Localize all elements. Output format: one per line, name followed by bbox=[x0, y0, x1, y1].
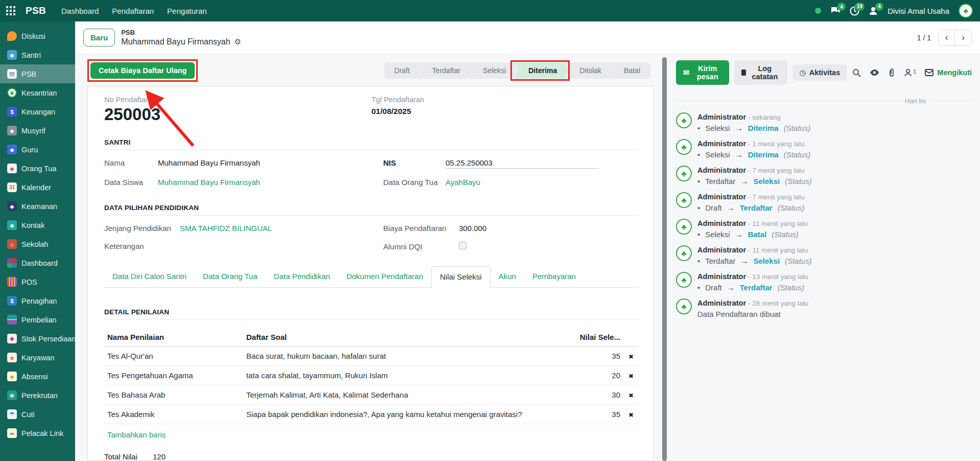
sidebar-item-pos[interactable]: POS bbox=[0, 272, 75, 291]
status-step-batal[interactable]: Batal bbox=[609, 62, 650, 79]
menu-dashboard[interactable]: Dashboard bbox=[61, 7, 99, 15]
messages-icon[interactable]: 4 bbox=[830, 6, 841, 15]
sidebar-item-absensi[interactable]: Absensi bbox=[0, 367, 75, 386]
pager-previous-button[interactable]: ‹ bbox=[939, 30, 955, 45]
attachment-paperclip-icon[interactable] bbox=[888, 68, 895, 77]
sidebar-item-cuti[interactable]: Cuti bbox=[0, 405, 75, 424]
tab-data-diri-calon-santri[interactable]: Data Diri Calon Santri bbox=[104, 266, 195, 287]
cetak-biaya-daftar-ulang-button[interactable]: Cetak Biaya Daftar Ulang bbox=[90, 62, 195, 79]
billing-icon bbox=[7, 296, 17, 306]
biaya-value: 300.000 bbox=[459, 224, 486, 233]
gear-icon[interactable]: ⚙ bbox=[235, 37, 241, 47]
parents-icon bbox=[7, 164, 17, 173]
tab-dokumen-pendaftaran[interactable]: Dokumen Pendaftaran bbox=[338, 266, 431, 287]
data-siswa-link[interactable]: Muhammad Bayu Firmansyah bbox=[158, 178, 260, 187]
statusbar: Draft Terdaftar Seleksi Diterima Ditolak… bbox=[384, 62, 650, 79]
company-user-menu[interactable]: Divisi Amal Usaha bbox=[888, 7, 949, 15]
log-entry: ♣ Administrator- 28 menit yang lalu Data… bbox=[668, 293, 980, 319]
sidebar-item-diskusi[interactable]: Diskusi bbox=[0, 27, 75, 45]
sidebar-item-perekrutan[interactable]: Perekrutan bbox=[0, 386, 75, 405]
status-step-draft[interactable]: Draft bbox=[384, 62, 422, 79]
breadcrumb-app[interactable]: PSB bbox=[121, 29, 241, 36]
send-message-button[interactable]: ✉Kirim pesan bbox=[676, 60, 729, 85]
status-step-seleksi[interactable]: Seleksi bbox=[468, 62, 518, 79]
reg-date-label: Tgl Pendaftaran bbox=[371, 96, 639, 104]
log-note-button[interactable]: Log catatan bbox=[734, 60, 787, 85]
sidebar-item-karyawan[interactable]: Karyawan bbox=[0, 348, 75, 367]
sidebar-item-guru[interactable]: Guru bbox=[0, 140, 75, 159]
sidebar-item-keuangan[interactable]: Keuangan bbox=[0, 102, 75, 121]
teacher-icon bbox=[7, 145, 17, 154]
reg-date-value[interactable]: 01/08/2025 bbox=[371, 107, 639, 116]
col-header-nilai[interactable]: Nilai Sele... bbox=[577, 328, 623, 347]
sidebar-item-psb[interactable]: PSB bbox=[0, 64, 75, 83]
log-entry: ♣ Administrator- sekarang •Seleksi→Diter… bbox=[668, 107, 980, 133]
sidebar-item-keamanan[interactable]: Keamanan bbox=[0, 197, 75, 216]
search-messages-icon[interactable] bbox=[852, 68, 861, 77]
page-title: Muhammad Bayu Firmansyah bbox=[121, 37, 230, 47]
followers-count: 1 bbox=[913, 68, 916, 75]
nis-input[interactable]: 05.25.250003 bbox=[446, 158, 599, 169]
requests-person-icon[interactable]: 4 bbox=[869, 6, 878, 16]
pager-next-button[interactable]: › bbox=[955, 30, 971, 45]
activities-clock-icon[interactable]: 19 bbox=[850, 6, 859, 16]
form-column: Cetak Biaya Daftar Ulang Draft Terdaftar… bbox=[75, 54, 661, 461]
table-row[interactable]: Tes Al-Qur'an Baca surat, hukum bacaan, … bbox=[104, 347, 639, 366]
sidebar-item-kalender[interactable]: Kalender bbox=[0, 178, 75, 197]
activities-button[interactable]: ◷Aktivitas bbox=[792, 64, 848, 81]
log-entry: ♣ Administrator- 11 menit yang lalu •Ter… bbox=[668, 240, 980, 266]
breadcrumb: PSB Muhammad Bayu Firmansyah⚙ bbox=[121, 29, 241, 47]
tab-pembayaran[interactable]: Pembayaran bbox=[524, 266, 584, 287]
status-step-diterima[interactable]: Diterima bbox=[513, 62, 569, 79]
apps-grid-icon[interactable] bbox=[6, 6, 15, 15]
jenjang-link[interactable]: SMA TAHFIDZ BILINGUAL bbox=[180, 224, 272, 233]
col-header-daftar-soal[interactable]: Daftar Soal bbox=[243, 328, 577, 347]
mentor-icon bbox=[7, 126, 17, 135]
sidebar-item-musyrif[interactable]: Musyrif bbox=[0, 121, 75, 140]
record-pager-count: 1 / 1 bbox=[917, 34, 931, 42]
app-brand[interactable]: PSB bbox=[26, 5, 46, 16]
employees-icon bbox=[7, 353, 17, 362]
sidebar-item-pelacak-link[interactable]: Pelacak Link bbox=[0, 424, 75, 443]
sidebar-item-stok-persediaan[interactable]: Stok Persediaan bbox=[0, 329, 75, 348]
log-entry: ♣ Administrator- 1 menit yang lalu •Sele… bbox=[668, 133, 980, 160]
status-step-ditolak[interactable]: Ditolak bbox=[564, 62, 614, 79]
status-step-terdaftar[interactable]: Terdaftar bbox=[417, 62, 473, 79]
sidebar-item-kontak[interactable]: Kontak bbox=[0, 216, 75, 235]
tab-data-orang-tua[interactable]: Data Orang Tua bbox=[195, 266, 266, 287]
sidebar-item-dashboard[interactable]: Dashboard bbox=[0, 253, 75, 272]
col-header-nama-penilaian[interactable]: Nama Penilaian bbox=[104, 328, 243, 347]
table-row[interactable]: Tes Bahasa Arab Terjemah Kalimat, Arti K… bbox=[104, 385, 639, 405]
sidebar-item-penagihan[interactable]: Penagihan bbox=[0, 291, 75, 310]
delete-row-icon[interactable]: ✖ bbox=[628, 373, 634, 380]
add-row-link[interactable]: Tambahkan baris bbox=[104, 424, 169, 445]
alumni-dqi-checkbox[interactable] bbox=[459, 242, 466, 249]
scrollbar-thumb[interactable] bbox=[662, 57, 667, 461]
nama-label: Nama bbox=[104, 158, 158, 167]
data-orang-tua-link[interactable]: AyahBayu bbox=[446, 178, 480, 187]
delete-row-icon[interactable]: ✖ bbox=[628, 392, 634, 399]
app-sidebar: Diskusi Santri PSB Kesantrian Keuangan M… bbox=[0, 21, 75, 461]
biaya-label: Biaya Pendaftaran bbox=[383, 224, 459, 233]
form-scrollbar bbox=[661, 54, 668, 461]
sidebar-item-sekolah[interactable]: Sekolah bbox=[0, 235, 75, 253]
menu-pendaftaran[interactable]: Pendaftaran bbox=[112, 7, 154, 15]
delete-row-icon[interactable]: ✖ bbox=[628, 353, 634, 360]
table-row[interactable]: Tes Akademik Siapa bapak pendidikan indo… bbox=[104, 405, 639, 424]
following-toggle[interactable]: Mengikuti bbox=[925, 68, 972, 77]
tab-akun[interactable]: Akun bbox=[491, 266, 524, 287]
table-row[interactable]: Tes Pengetahuan Agama tata cara shalat, … bbox=[104, 366, 639, 385]
sidebar-item-pembelian[interactable]: Pembelian bbox=[0, 310, 75, 329]
followers-icon[interactable]: 1 bbox=[904, 68, 916, 77]
seen-by-eye-icon[interactable] bbox=[870, 69, 879, 76]
avatar: ♣ bbox=[676, 139, 692, 155]
sidebar-item-santri[interactable]: Santri bbox=[0, 45, 75, 64]
user-avatar[interactable]: ♣ bbox=[959, 4, 973, 18]
tab-data-pendidikan[interactable]: Data Pendidikan bbox=[266, 266, 338, 287]
delete-row-icon[interactable]: ✖ bbox=[628, 411, 634, 419]
menu-pengaturan[interactable]: Pengaturan bbox=[167, 7, 207, 15]
messages-badge: 4 bbox=[837, 3, 846, 11]
sidebar-item-orang-tua[interactable]: Orang Tua bbox=[0, 159, 75, 178]
tab-nilai-seleksi[interactable]: Nilai Seleksi bbox=[431, 266, 491, 288]
sidebar-item-kesantrian[interactable]: Kesantrian bbox=[0, 83, 75, 102]
